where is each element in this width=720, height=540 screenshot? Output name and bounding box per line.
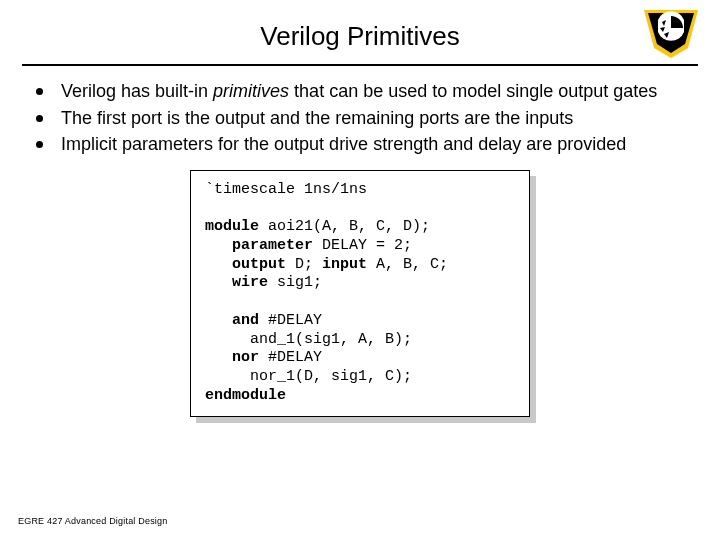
code-keyword: module [205, 218, 259, 235]
title-row: Verilog Primitives [28, 12, 692, 60]
code-line: sig1; [268, 274, 322, 291]
bullet-text: The first port is the output and the rem… [61, 107, 573, 130]
code-line: #DELAY [259, 312, 322, 329]
list-item: The first port is the output and the rem… [36, 107, 692, 130]
code-line: and_1(sig1, A, B); [205, 331, 412, 348]
slide: Verilog Primitives Verilog has built-in … [0, 0, 720, 540]
code-line: nor_1(D, sig1, C); [205, 368, 412, 385]
text: that can be used to model single output … [289, 81, 657, 101]
vcu-logo-icon [644, 10, 698, 58]
footer-text: EGRE 427 Advanced Digital Design [18, 516, 167, 526]
code-keyword: parameter [205, 237, 313, 254]
code-keyword: wire [205, 274, 268, 291]
text: Implicit parameters for the output drive… [61, 134, 626, 154]
bullet-icon [36, 115, 43, 122]
slide-title: Verilog Primitives [28, 21, 692, 52]
bullet-icon [36, 88, 43, 95]
code-block: `timescale 1ns/1ns module aoi21(A, B, C,… [190, 170, 530, 417]
bullet-list: Verilog has built-in primitives that can… [28, 80, 692, 156]
list-item: Implicit parameters for the output drive… [36, 133, 692, 156]
text: Verilog has built-in [61, 81, 213, 101]
code-keyword: nor [205, 349, 259, 366]
code-line: aoi21(A, B, C, D); [259, 218, 430, 235]
code-line: A, B, C; [367, 256, 448, 273]
code-line: D; [286, 256, 322, 273]
bullet-text: Verilog has built-in primitives that can… [61, 80, 657, 103]
code-keyword: input [322, 256, 367, 273]
code-line: DELAY = 2; [313, 237, 412, 254]
code-keyword: and [205, 312, 259, 329]
code-keyword: endmodule [205, 387, 286, 404]
bullet-text: Implicit parameters for the output drive… [61, 133, 626, 156]
list-item: Verilog has built-in primitives that can… [36, 80, 692, 103]
code-line: #DELAY [259, 349, 322, 366]
code-keyword: output [205, 256, 286, 273]
title-divider [22, 64, 698, 66]
code-box: `timescale 1ns/1ns module aoi21(A, B, C,… [190, 170, 530, 417]
text: The first port is the output and the rem… [61, 108, 573, 128]
bullet-icon [36, 141, 43, 148]
text-emphasis: primitives [213, 81, 289, 101]
code-line: `timescale 1ns/1ns [205, 181, 367, 198]
